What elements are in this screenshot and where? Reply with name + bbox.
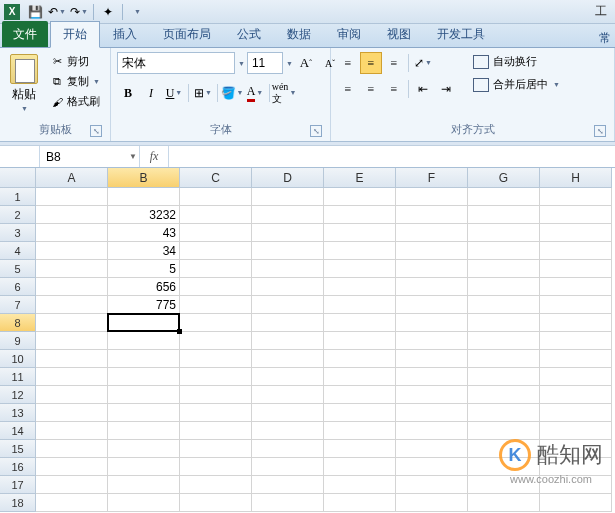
bold-button[interactable]: B (117, 82, 139, 104)
cell-C6[interactable] (180, 278, 252, 296)
cell-D14[interactable] (252, 422, 324, 440)
cell-A9[interactable] (36, 332, 108, 350)
row-header-11[interactable]: 11 (0, 368, 36, 386)
cell-E9[interactable] (324, 332, 396, 350)
cell-E11[interactable] (324, 368, 396, 386)
col-header-G[interactable]: G (468, 168, 540, 188)
phonetic-button[interactable]: wén文▼ (273, 82, 295, 104)
row-header-8[interactable]: 8 (0, 314, 36, 332)
cell-G11[interactable] (468, 368, 540, 386)
cell-B11[interactable] (108, 368, 180, 386)
cell-B13[interactable] (108, 404, 180, 422)
col-header-A[interactable]: A (36, 168, 108, 188)
cell-C18[interactable] (180, 494, 252, 512)
select-all-corner[interactable] (0, 168, 36, 188)
cell-B9[interactable] (108, 332, 180, 350)
row-header-5[interactable]: 5 (0, 260, 36, 278)
cell-A16[interactable] (36, 458, 108, 476)
cell-C2[interactable] (180, 206, 252, 224)
cell-D8[interactable] (252, 314, 324, 332)
cell-A10[interactable] (36, 350, 108, 368)
col-header-F[interactable]: F (396, 168, 468, 188)
cell-F8[interactable] (396, 314, 468, 332)
chevron-down-icon[interactable]: ▼ (238, 60, 245, 67)
cell-H10[interactable] (540, 350, 612, 368)
cell-E3[interactable] (324, 224, 396, 242)
cell-C8[interactable] (180, 314, 252, 332)
cell-B14[interactable] (108, 422, 180, 440)
decrease-indent-button[interactable]: ⇤ (412, 78, 434, 100)
dialog-launcher[interactable]: ⤡ (90, 125, 102, 137)
cell-D1[interactable] (252, 188, 324, 206)
cell-G10[interactable] (468, 350, 540, 368)
row-header-17[interactable]: 17 (0, 476, 36, 494)
fill-color-button[interactable]: 🪣▼ (221, 82, 243, 104)
tab-file[interactable]: 文件 (2, 21, 48, 47)
cell-G3[interactable] (468, 224, 540, 242)
cell-B10[interactable] (108, 350, 180, 368)
qat-tool-button[interactable]: ✦ (98, 2, 118, 22)
cell-F13[interactable] (396, 404, 468, 422)
cell-E13[interactable] (324, 404, 396, 422)
format-painter-button[interactable]: 🖌格式刷 (46, 92, 104, 111)
cell-H9[interactable] (540, 332, 612, 350)
cell-G9[interactable] (468, 332, 540, 350)
cell-H18[interactable] (540, 494, 612, 512)
cell-B1[interactable] (108, 188, 180, 206)
row-header-12[interactable]: 12 (0, 386, 36, 404)
cell-G13[interactable] (468, 404, 540, 422)
cell-G8[interactable] (468, 314, 540, 332)
cell-E2[interactable] (324, 206, 396, 224)
cell-D11[interactable] (252, 368, 324, 386)
cell-C5[interactable] (180, 260, 252, 278)
tab-review[interactable]: 审阅 (324, 21, 374, 47)
cell-D3[interactable] (252, 224, 324, 242)
wrap-text-button[interactable]: 自动换行 (469, 52, 564, 71)
qat-redo-button[interactable]: ↷▼ (69, 2, 89, 22)
orientation-button[interactable]: ⤢▼ (412, 52, 434, 74)
cell-H13[interactable] (540, 404, 612, 422)
row-header-3[interactable]: 3 (0, 224, 36, 242)
cell-F6[interactable] (396, 278, 468, 296)
cell-B12[interactable] (108, 386, 180, 404)
cell-A7[interactable] (36, 296, 108, 314)
cell-G5[interactable] (468, 260, 540, 278)
cell-F12[interactable] (396, 386, 468, 404)
cell-G4[interactable] (468, 242, 540, 260)
borders-button[interactable]: ⊞▼ (192, 82, 214, 104)
cell-B15[interactable] (108, 440, 180, 458)
increase-font-button[interactable]: Aˆ (295, 52, 317, 74)
cell-F17[interactable] (396, 476, 468, 494)
align-right-button[interactable]: ≡ (383, 78, 405, 100)
fill-handle[interactable] (177, 329, 182, 334)
cell-C14[interactable] (180, 422, 252, 440)
cell-G18[interactable] (468, 494, 540, 512)
cell-B4[interactable]: 34 (108, 242, 180, 260)
cell-F11[interactable] (396, 368, 468, 386)
cell-C13[interactable] (180, 404, 252, 422)
cell-D2[interactable] (252, 206, 324, 224)
cell-E1[interactable] (324, 188, 396, 206)
cell-F2[interactable] (396, 206, 468, 224)
cell-H1[interactable] (540, 188, 612, 206)
cell-H4[interactable] (540, 242, 612, 260)
insert-function-button[interactable]: fx (144, 149, 164, 164)
cell-A1[interactable] (36, 188, 108, 206)
cell-F1[interactable] (396, 188, 468, 206)
cell-B5[interactable]: 5 (108, 260, 180, 278)
cell-C16[interactable] (180, 458, 252, 476)
cell-C1[interactable] (180, 188, 252, 206)
tab-page-layout[interactable]: 页面布局 (150, 21, 224, 47)
row-header-6[interactable]: 6 (0, 278, 36, 296)
col-header-C[interactable]: C (180, 168, 252, 188)
tab-insert[interactable]: 插入 (100, 21, 150, 47)
cell-G14[interactable] (468, 422, 540, 440)
qat-undo-button[interactable]: ↶▼ (47, 2, 67, 22)
row-header-4[interactable]: 4 (0, 242, 36, 260)
col-header-H[interactable]: H (540, 168, 612, 188)
cell-D15[interactable] (252, 440, 324, 458)
cell-D9[interactable] (252, 332, 324, 350)
cell-A18[interactable] (36, 494, 108, 512)
cell-F3[interactable] (396, 224, 468, 242)
cell-D12[interactable] (252, 386, 324, 404)
